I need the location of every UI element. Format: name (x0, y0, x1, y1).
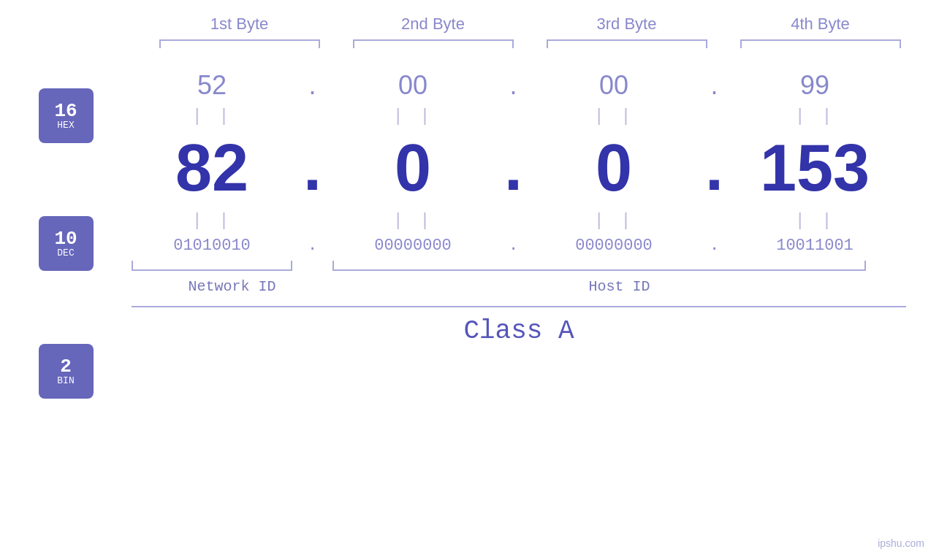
class-footer: Class A (132, 306, 906, 346)
bin-badge-num: 2 (60, 357, 72, 376)
sep-1-3: | | (533, 107, 694, 126)
top-bracket-2 (353, 39, 514, 48)
top-bracket-3 (547, 39, 707, 48)
bin-dot-2: . (493, 237, 533, 255)
bin-badge: 2 BIN (39, 344, 94, 399)
dec-badge: 10 DEC (39, 216, 94, 271)
hex-badge-wrapper: 16 HEX (39, 88, 94, 143)
host-id-label: Host ID (332, 278, 906, 295)
sep-row-2: | | | | | | | | (132, 211, 906, 231)
dec-val-3: 0 (533, 135, 694, 201)
byte2-header: 2nd Byte (353, 15, 514, 34)
hex-val-2: 00 (332, 70, 493, 101)
hex-value-row: 52 . 00 . 00 . 99 (132, 70, 906, 101)
bottom-brackets-row (132, 261, 906, 271)
hex-badge: 16 HEX (39, 88, 94, 143)
sep-2-1: | | (132, 211, 292, 231)
bin-val-3: 00000000 (533, 237, 694, 255)
dec-value-row: 82 . 0 . 0 . 153 (132, 130, 906, 205)
hex-dot-3: . (694, 70, 734, 101)
base-labels-column: 16 HEX 10 DEC 2 BIN (0, 48, 132, 399)
hex-badge-label: HEX (57, 120, 74, 130)
dec-dot-3: . (694, 130, 734, 205)
bin-dot-3: . (694, 237, 734, 255)
class-label: Class A (132, 316, 906, 346)
hex-val-1: 52 (132, 70, 292, 101)
bottom-bracket-host (332, 261, 866, 271)
bin-value-row: 01010010 . 00000000 . 00000000 . (132, 237, 906, 255)
top-bracket-4 (740, 39, 901, 48)
dec-val-1: 82 (132, 135, 292, 201)
dec-badge-label: DEC (57, 248, 74, 258)
bin-val-4: 10011001 (734, 237, 895, 255)
sep-row-1: | | | | | | | | (132, 107, 906, 126)
hex-val-3: 00 (533, 70, 694, 101)
network-id-label: Network ID (132, 278, 332, 295)
bottom-bracket-gap2 (866, 261, 906, 271)
top-brackets-row (142, 39, 917, 48)
dec-badge-wrapper: 10 DEC (39, 216, 94, 271)
byte3-header: 3rd Byte (547, 15, 707, 34)
class-footer-line (132, 306, 906, 307)
sep-2-3: | | (533, 211, 694, 231)
sep-2-4: | | (734, 211, 895, 231)
hex-badge-num: 16 (54, 101, 77, 120)
dec-val-2: 0 (332, 135, 493, 201)
bin-badge-wrapper: 2 BIN (39, 344, 94, 399)
bin-val-1: 01010010 (132, 237, 292, 255)
dec-dot-1: . (292, 130, 332, 205)
hex-dot-1: . (292, 70, 332, 101)
dec-dot-2: . (493, 130, 533, 205)
watermark: ipshu.com (878, 537, 924, 549)
rows-wrapper: 16 HEX 10 DEC 2 BIN (0, 48, 939, 399)
sep-1-2: | | (332, 107, 493, 126)
hex-dot-2: . (493, 70, 533, 101)
bin-badge-label: BIN (57, 376, 74, 386)
hex-val-4: 99 (734, 70, 895, 101)
bin-val-2: 00000000 (332, 237, 493, 255)
bottom-bracket-network (132, 261, 292, 271)
dec-badge-num: 10 (54, 229, 77, 248)
byte1-header: 1st Byte (159, 15, 320, 34)
bin-dot-1: . (292, 237, 332, 255)
byte4-header: 4th Byte (740, 15, 901, 34)
sep-1-1: | | (132, 107, 292, 126)
top-bracket-1 (159, 39, 320, 48)
dec-val-4: 153 (734, 135, 895, 201)
byte-headers-row: 1st Byte 2nd Byte 3rd Byte 4th Byte (142, 0, 917, 34)
main-layout: 1st Byte 2nd Byte 3rd Byte 4th Byte 16 H… (0, 0, 939, 560)
sep-1-4: | | (734, 107, 895, 126)
sep-2-2: | | (332, 211, 493, 231)
values-column: 52 . 00 . 00 . 99 (132, 48, 906, 399)
bottom-bracket-gap1 (292, 261, 332, 271)
id-labels-row: Network ID Host ID (132, 278, 906, 295)
